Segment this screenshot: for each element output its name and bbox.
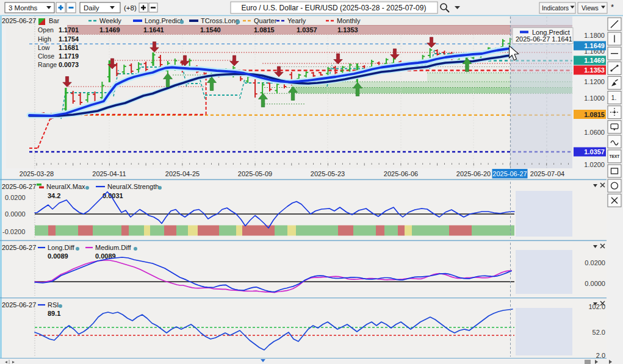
svg-text:2025-04-25: 2025-04-25 (165, 170, 200, 177)
svg-text:1.1200: 1.1200 (584, 78, 605, 85)
svg-text:(+8): (+8) (124, 4, 137, 12)
svg-text:*: * (611, 2, 614, 12)
svg-text:2025-06-27: 2025-06-27 (2, 244, 36, 251)
svg-text:1.1353: 1.1353 (584, 66, 605, 74)
svg-text:RSI: RSI (48, 301, 59, 309)
svg-text:34.2: 34.2 (48, 192, 60, 199)
svg-text:0.0000: 0.0000 (585, 280, 605, 287)
svg-text:2025-04-11: 2025-04-11 (92, 170, 126, 177)
svg-text:Monthly: Monthly (337, 17, 361, 24)
svg-text:NeuralX.Strength: NeuralX.Strength (107, 183, 159, 190)
svg-text:1.1701: 1.1701 (59, 26, 79, 34)
svg-text:1.1353: 1.1353 (337, 26, 358, 34)
svg-text:2025-03-28: 2025-03-28 (20, 170, 54, 177)
svg-text:2025-06-27: 2025-06-27 (492, 170, 527, 177)
svg-text:1.1719: 1.1719 (59, 52, 79, 60)
svg-text:Weekly: Weekly (99, 17, 121, 24)
svg-text:0.0200: 0.0200 (5, 194, 26, 201)
svg-text:1.0600: 1.0600 (584, 129, 605, 136)
svg-text:2025-06-27 1.1641: 2025-06-27 1.1641 (516, 35, 572, 43)
svg-text:TEXT: TEXT (610, 154, 619, 159)
svg-text:-0.0200: -0.0200 (2, 228, 25, 235)
svg-text:2025-06-20: 2025-06-20 (456, 170, 491, 177)
svg-text:1.: 1. (611, 95, 616, 101)
svg-text:0.0089: 0.0089 (48, 252, 68, 260)
svg-text:1.1800: 1.1800 (584, 32, 605, 39)
svg-text:Daily: Daily (84, 4, 99, 12)
svg-text:1.0815: 1.0815 (254, 26, 275, 34)
svg-text:1.0357: 1.0357 (297, 26, 317, 34)
svg-text:1.1000: 1.1000 (584, 95, 605, 102)
svg-text:Quarter: Quarter (254, 17, 277, 24)
svg-text:1.1540: 1.1540 (200, 26, 221, 34)
svg-text:2025-06-27: 2025-06-27 (2, 183, 36, 190)
svg-text:0.0000: 0.0000 (5, 210, 26, 218)
svg-text:1.0815: 1.0815 (584, 111, 605, 118)
svg-text:Yearly: Yearly (287, 17, 306, 24)
svg-text:Long.Predict: Long.Predict (532, 29, 570, 36)
svg-text:2025-06-27: 2025-06-27 (2, 17, 36, 24)
svg-text:0.0200: 0.0200 (585, 259, 605, 266)
svg-text:Indicators: Indicators (542, 5, 569, 12)
svg-text:Long.Diff: Long.Diff (48, 244, 75, 251)
svg-text:Range: Range (38, 61, 57, 68)
svg-text:NeuralX.Max: NeuralX.Max (46, 183, 85, 190)
svg-text:Bar: Bar (49, 17, 59, 24)
svg-text:1.0200: 1.0200 (584, 161, 605, 168)
svg-text:Low: Low (38, 44, 50, 51)
svg-text:2025-07-04: 2025-07-04 (530, 170, 564, 177)
svg-text:2025-06-06: 2025-06-06 (384, 170, 418, 177)
svg-text:Medium.Diff: Medium.Diff (95, 244, 131, 251)
svg-text:1.1681: 1.1681 (59, 44, 79, 51)
svg-text:Long.Predict: Long.Predict (145, 17, 182, 24)
svg-text:Views: Views (582, 4, 599, 12)
svg-text:1.1641: 1.1641 (143, 26, 164, 34)
svg-text:1.1649: 1.1649 (584, 42, 605, 49)
svg-text:1.0357: 1.0357 (584, 148, 605, 155)
svg-text:1.1469: 1.1469 (584, 57, 605, 64)
svg-text:89.1: 89.1 (48, 310, 60, 317)
svg-text:0.0073: 0.0073 (59, 61, 79, 68)
svg-text:3 Months: 3 Months (9, 4, 38, 12)
svg-text:Euro / U.S. Dollar - EUR/USD (: Euro / U.S. Dollar - EUR/USD (2025-03-28… (242, 4, 427, 12)
svg-text:1.1754: 1.1754 (59, 35, 79, 43)
svg-text:High: High (38, 35, 51, 43)
svg-text:2025-05-23: 2025-05-23 (311, 170, 345, 177)
svg-text:Open: Open (38, 26, 54, 34)
svg-text:2025-06-27: 2025-06-27 (2, 301, 36, 309)
svg-text:1.1469: 1.1469 (99, 26, 120, 34)
svg-text:2025-05-09: 2025-05-09 (238, 170, 272, 177)
svg-text:Close: Close (38, 52, 54, 60)
svg-text:TCross.Long: TCross.Long (201, 17, 239, 24)
svg-text:52.0: 52.0 (592, 329, 605, 336)
